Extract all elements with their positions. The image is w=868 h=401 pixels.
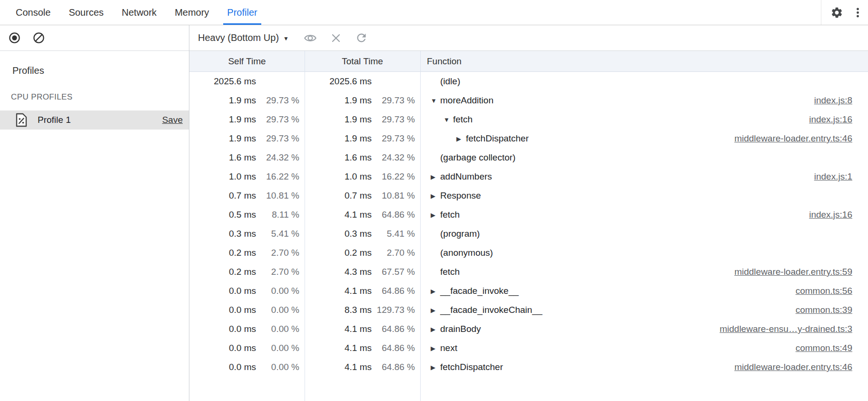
self-time-cell: 2025.6 ms bbox=[189, 76, 305, 87]
collapse-arrow-icon[interactable]: ▼ bbox=[431, 98, 440, 104]
column-divider[interactable] bbox=[305, 51, 305, 401]
kebab-menu-icon[interactable] bbox=[847, 0, 868, 25]
column-header-total-time[interactable]: Total Time bbox=[305, 56, 420, 67]
function-name: fetchDispatcher bbox=[440, 362, 503, 372]
total-ms: 4.1 ms bbox=[345, 343, 372, 353]
expand-arrow-icon[interactable]: ▶ bbox=[431, 307, 440, 313]
table-row[interactable]: 0.0 ms0.00 %4.1 ms64.86 %▶drainBodymiddl… bbox=[189, 320, 868, 339]
total-time-cell: 8.3 ms129.73 % bbox=[305, 305, 420, 315]
tab-network[interactable]: Network bbox=[117, 0, 161, 25]
table-row[interactable]: 1.6 ms24.32 %1.6 ms24.32 %(garbage colle… bbox=[189, 148, 868, 167]
profile-name: Profile 1 bbox=[38, 115, 71, 125]
table-row[interactable]: 2025.6 ms2025.6 ms(idle) bbox=[189, 72, 868, 91]
total-ms: 4.1 ms bbox=[345, 286, 372, 296]
sidebar-item-profile-1[interactable]: Profile 1 Save bbox=[0, 110, 189, 130]
self-percent: 0.00 % bbox=[256, 362, 305, 372]
self-time-cell: 0.0 ms0.00 % bbox=[189, 286, 305, 296]
source-link[interactable]: middleware-loader.entry.ts:46 bbox=[725, 362, 868, 372]
column-header-function[interactable]: Function bbox=[420, 56, 868, 67]
expand-arrow-icon[interactable]: ▶ bbox=[431, 288, 440, 294]
self-percent: 2.70 % bbox=[256, 267, 305, 277]
total-ms: 4.1 ms bbox=[345, 362, 372, 372]
source-link[interactable]: index.js:16 bbox=[799, 114, 868, 125]
total-ms: 1.9 ms bbox=[345, 95, 372, 106]
expand-arrow-icon[interactable]: ▶ bbox=[456, 136, 466, 142]
function-cell: (garbage collector) bbox=[420, 152, 868, 163]
total-time-cell: 1.9 ms29.73 % bbox=[305, 114, 420, 125]
table-row[interactable]: 0.0 ms0.00 %4.1 ms64.86 %▶nextcommon.ts:… bbox=[189, 339, 868, 358]
self-percent: 0.00 % bbox=[256, 343, 305, 353]
function-name: fetch bbox=[440, 267, 460, 277]
clear-icon[interactable] bbox=[32, 31, 45, 44]
source-link[interactable]: index.js:8 bbox=[805, 95, 868, 106]
profile-toolbar: Heavy (Bottom Up) ▼ bbox=[189, 25, 868, 51]
focus-eye-icon[interactable] bbox=[299, 25, 321, 50]
source-link[interactable]: middleware-loader.entry.ts:46 bbox=[725, 133, 868, 144]
save-link[interactable]: Save bbox=[162, 115, 183, 125]
column-divider[interactable] bbox=[420, 51, 421, 401]
sidebar-content: Profiles CPU PROFILES Profile 1 Save bbox=[0, 51, 189, 401]
total-percent: 16.22 % bbox=[372, 171, 420, 182]
tab-sources[interactable]: Sources bbox=[64, 0, 108, 25]
table-row[interactable]: 1.9 ms29.73 %1.9 ms29.73 %▼fetchindex.js… bbox=[189, 110, 868, 129]
settings-gear-icon[interactable] bbox=[826, 0, 847, 25]
total-time-cell: 1.6 ms24.32 % bbox=[305, 152, 420, 163]
table-row[interactable]: 1.0 ms16.22 %1.0 ms16.22 %▶addNumbersind… bbox=[189, 167, 868, 186]
table-row[interactable]: 0.3 ms5.41 %0.3 ms5.41 %(program) bbox=[189, 224, 868, 243]
self-time-cell: 1.9 ms29.73 % bbox=[189, 95, 305, 106]
table-row[interactable]: 0.0 ms0.00 %8.3 ms129.73 %▶__facade_invo… bbox=[189, 301, 868, 320]
self-ms: 1.9 ms bbox=[229, 95, 256, 106]
total-ms: 2025.6 ms bbox=[329, 76, 372, 87]
self-percent: 10.81 % bbox=[256, 190, 305, 201]
self-percent: 29.73 % bbox=[256, 133, 305, 144]
function-cell: ▶nextcommon.ts:49 bbox=[420, 343, 868, 353]
table-row[interactable]: 0.5 ms8.11 %4.1 ms64.86 %▶fetchindex.js:… bbox=[189, 205, 868, 224]
total-time-cell: 1.9 ms29.73 % bbox=[305, 133, 420, 144]
function-cell: (program) bbox=[420, 229, 868, 239]
devtools-tabbar: Console Sources Network Memory Profiler bbox=[0, 0, 868, 25]
exclude-icon[interactable] bbox=[325, 25, 347, 50]
table-row[interactable]: 1.9 ms29.73 %1.9 ms29.73 %▶fetchDispatch… bbox=[189, 129, 868, 148]
expand-arrow-icon[interactable]: ▶ bbox=[431, 364, 440, 371]
tab-profiler[interactable]: Profiler bbox=[222, 0, 262, 25]
expand-arrow-icon[interactable]: ▶ bbox=[431, 345, 440, 351]
total-percent: 67.57 % bbox=[372, 267, 420, 277]
record-icon[interactable] bbox=[8, 31, 21, 44]
total-percent: 10.81 % bbox=[372, 190, 420, 201]
table-row[interactable]: 0.2 ms2.70 %0.2 ms2.70 %(anonymous) bbox=[189, 243, 868, 262]
expand-arrow-icon[interactable]: ▶ bbox=[431, 326, 440, 332]
table-row[interactable]: 1.9 ms29.73 %1.9 ms29.73 %▼moreAdditioni… bbox=[189, 91, 868, 110]
source-link[interactable]: middleware-loader.entry.ts:59 bbox=[725, 267, 868, 277]
total-ms: 4.1 ms bbox=[345, 324, 372, 334]
total-time-cell: 0.2 ms2.70 % bbox=[305, 248, 420, 258]
source-link[interactable]: middleware-ensu…y-drained.ts:3 bbox=[710, 324, 868, 334]
view-mode-select[interactable]: Heavy (Bottom Up) ▼ bbox=[198, 32, 289, 43]
restore-refresh-icon[interactable] bbox=[351, 25, 373, 50]
expand-arrow-icon[interactable]: ▶ bbox=[431, 212, 440, 218]
collapse-arrow-icon[interactable]: ▼ bbox=[444, 117, 453, 123]
total-percent: 5.41 % bbox=[372, 229, 420, 239]
table-row[interactable]: 0.0 ms0.00 %4.1 ms64.86 %▶__facade_invok… bbox=[189, 281, 868, 301]
table-row[interactable]: 0.7 ms10.81 %0.7 ms10.81 %▶Response bbox=[189, 186, 868, 205]
expand-arrow-icon[interactable]: ▶ bbox=[431, 174, 440, 180]
self-percent: 5.41 % bbox=[256, 229, 305, 239]
column-header-self-time[interactable]: Self Time bbox=[189, 56, 305, 67]
function-cell: ▶fetchDispatchermiddleware-loader.entry.… bbox=[420, 133, 868, 144]
profiler-panel: Profiles CPU PROFILES Profile 1 Save bbox=[0, 25, 868, 401]
self-ms: 1.9 ms bbox=[229, 114, 256, 125]
tab-console[interactable]: Console bbox=[11, 0, 55, 25]
total-ms: 1.0 ms bbox=[345, 171, 372, 182]
expand-arrow-icon[interactable]: ▶ bbox=[431, 193, 440, 199]
tab-memory[interactable]: Memory bbox=[170, 0, 214, 25]
function-name: __facade_invoke__ bbox=[440, 286, 519, 296]
source-link[interactable]: common.ts:56 bbox=[786, 286, 868, 296]
source-link[interactable]: index.js:16 bbox=[799, 210, 868, 220]
function-cell: ▶__facade_invokeChain__common.ts:39 bbox=[420, 305, 868, 315]
total-ms: 1.9 ms bbox=[345, 133, 372, 144]
table-row[interactable]: 0.0 ms0.00 %4.1 ms64.86 %▶fetchDispatche… bbox=[189, 358, 868, 377]
table-row[interactable]: 0.2 ms2.70 %4.3 ms67.57 %fetchmiddleware… bbox=[189, 262, 868, 281]
source-link[interactable]: index.js:1 bbox=[805, 171, 868, 182]
source-link[interactable]: common.ts:39 bbox=[786, 305, 868, 315]
source-link[interactable]: common.ts:49 bbox=[786, 343, 868, 353]
total-time-cell: 4.1 ms64.86 % bbox=[305, 286, 420, 296]
